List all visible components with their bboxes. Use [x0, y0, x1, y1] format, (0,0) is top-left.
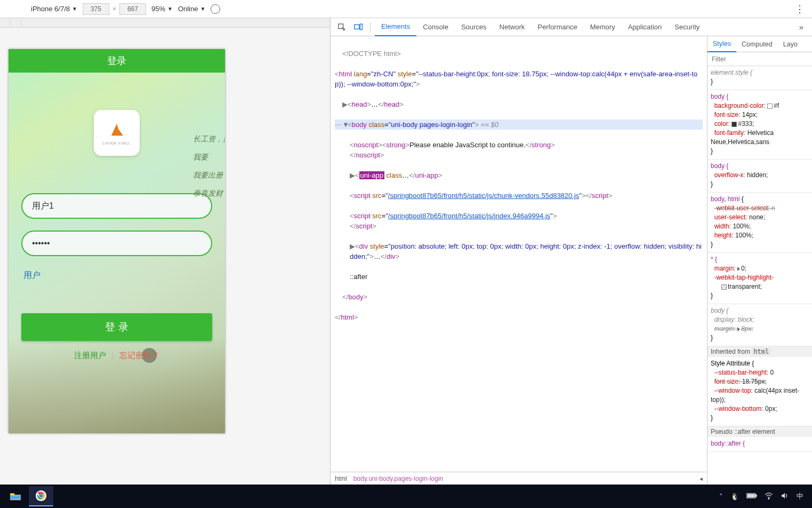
dom-script2[interactable]: <script src="/springboot87b65/front/h5/s…	[335, 211, 703, 231]
caret-down-icon: ▼	[200, 6, 205, 12]
styles-sidebar: Styles Computed Layo element.style {} bo…	[708, 36, 812, 485]
styles-filter-input[interactable]	[708, 52, 812, 66]
dom-doctype[interactable]: <!DOCTYPE html>	[335, 49, 703, 59]
devtools-more-icon[interactable]: »	[794, 22, 809, 31]
svg-rect-2	[360, 24, 362, 30]
viewport-width-input[interactable]	[83, 3, 109, 15]
rotate-icon[interactable]	[211, 4, 220, 14]
dom-uniapp[interactable]: ▶<uni-app class…</uni-app>	[335, 170, 703, 180]
dom-hidden-div[interactable]: ▶<div style="position: absolute; left: 0…	[335, 241, 703, 261]
logo-icon	[108, 121, 126, 139]
device-preview-pane: 登录 长工资，多 我要 我要出册 恭喜发财！ CHINA YIWU.	[0, 18, 331, 485]
tab-application[interactable]: Application	[622, 18, 669, 36]
tab-memory[interactable]: Memory	[584, 18, 622, 36]
dimension-separator: ×	[112, 5, 116, 13]
dom-html[interactable]: <html lang="zh-CN" style="--status-bar-h…	[335, 69, 703, 89]
dom-breadcrumb[interactable]: html body.uni-body.pages-login-login ◂	[331, 472, 707, 485]
register-link[interactable]: 注册用户	[74, 351, 106, 360]
dom-body-selected[interactable]: ⋯▼<body class="uni-body pages-login-logi…	[335, 120, 703, 130]
login-button[interactable]: 登 录	[21, 313, 212, 341]
tab-layout[interactable]: Layo	[778, 36, 803, 52]
auth-links: 注册用户 | 忘记密码？	[21, 351, 212, 361]
tab-computed[interactable]: Computed	[736, 36, 778, 52]
volume-icon[interactable]	[781, 492, 789, 501]
devtools-tabbar: Elements Console Sources Network Perform…	[331, 18, 812, 36]
app-logo: CHINA YIWU.	[94, 110, 140, 156]
styles-tabs: Styles Computed Layo	[708, 36, 812, 52]
app-header: 登录	[9, 49, 225, 73]
tray-app-icon[interactable]: 🐧	[730, 493, 739, 501]
system-tray: ˄ 🐧 中	[719, 491, 809, 501]
role-label[interactable]: 用户	[23, 270, 212, 281]
dom-html-close[interactable]: </html>	[335, 312, 703, 322]
caret-down-icon: ▼	[167, 6, 173, 12]
css-rules[interactable]: element.style {} body { background-color…	[708, 66, 812, 485]
tab-elements[interactable]: Elements	[375, 18, 416, 36]
dom-body-close[interactable]: </body>	[335, 292, 703, 302]
svg-point-7	[768, 498, 769, 499]
tray-chevron-up-icon[interactable]: ˄	[719, 493, 723, 501]
tab-performance[interactable]: Performance	[531, 18, 583, 36]
kebab-menu-icon[interactable]: ⋮	[792, 3, 808, 15]
devtools-pane: Elements Console Sources Network Perform…	[331, 18, 812, 485]
caret-down-icon: ▼	[72, 6, 77, 12]
battery-icon[interactable]	[746, 493, 757, 501]
chevron-left-icon[interactable]: ◂	[700, 475, 703, 482]
phone-frame: 登录 长工资，多 我要 我要出册 恭喜发财！ CHINA YIWU.	[9, 49, 225, 433]
svg-rect-6	[748, 494, 755, 497]
dom-noscript[interactable]: <noscript><strong>Please enable JavaScri…	[335, 140, 703, 160]
network-throttle-selector[interactable]: Online ▼	[178, 5, 205, 13]
dom-head[interactable]: ▶<head>…</head>	[335, 99, 703, 109]
device-selector[interactable]: iPhone 6/7/8 ▼	[31, 5, 77, 13]
dom-script1[interactable]: <script src="/springboot87b65/front/h5/s…	[335, 190, 703, 201]
forgot-password-link[interactable]: 忘记密码？	[119, 351, 159, 360]
page-title: 登录	[107, 54, 126, 67]
ruler	[0, 18, 330, 28]
background-quotes: 长工资，多 我要 我要出册 恭喜发财！	[193, 131, 225, 204]
wifi-icon[interactable]	[765, 492, 773, 501]
dom-after[interactable]: ::after	[335, 272, 703, 282]
tab-console[interactable]: Console	[416, 18, 455, 36]
tab-styles[interactable]: Styles	[708, 36, 736, 52]
windows-taskbar: ˄ 🐧 中	[0, 485, 812, 508]
inspect-icon[interactable]	[334, 23, 349, 31]
username-input[interactable]	[21, 193, 212, 219]
ime-indicator[interactable]: 中	[797, 491, 803, 501]
tab-network[interactable]: Network	[493, 18, 532, 36]
tab-sources[interactable]: Sources	[455, 18, 493, 36]
chrome-icon[interactable]	[29, 486, 53, 506]
device-toggle-icon[interactable]	[351, 23, 366, 31]
viewport-height-input[interactable]	[119, 3, 146, 15]
tab-security[interactable]: Security	[668, 18, 706, 36]
zoom-selector[interactable]: 95% ▼	[151, 5, 173, 13]
device-name: iPhone 6/7/8	[31, 5, 70, 13]
svg-rect-1	[355, 25, 359, 29]
dom-tree-panel[interactable]: <!DOCTYPE html> <html lang="zh-CN" style…	[331, 36, 708, 485]
svg-rect-5	[756, 495, 757, 496]
device-toolbar: iPhone 6/7/8 ▼ × 95% ▼ Online ▼ ⋮	[0, 0, 812, 18]
file-explorer-icon[interactable]	[3, 486, 28, 506]
password-input[interactable]	[21, 231, 212, 256]
